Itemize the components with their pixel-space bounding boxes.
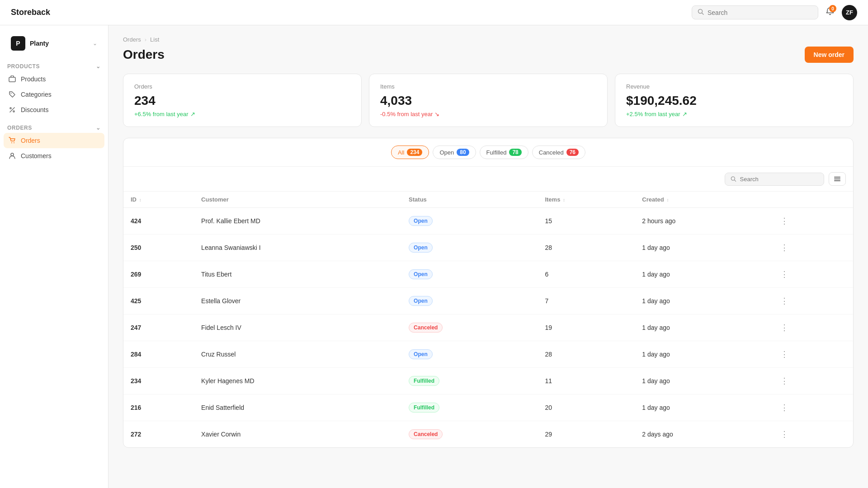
columns-button[interactable] (829, 172, 846, 186)
cell-status: Fulfilled (401, 394, 538, 421)
sidebar-section-title-orders: Orders ⌄ (4, 121, 104, 133)
cell-customer: Kyler Hagenes MD (194, 368, 401, 394)
row-action-button[interactable]: ⋮ (777, 294, 792, 308)
search-icon (731, 176, 736, 182)
table-search-input[interactable] (740, 176, 818, 183)
cell-created: 1 day ago (635, 235, 769, 261)
col-header-items[interactable]: Items ↕ (538, 192, 635, 208)
table-row[interactable]: 269 Titus Ebert Open 6 1 day ago ⋮ (123, 261, 853, 288)
cell-created: 1 day ago (635, 368, 769, 394)
global-search[interactable] (692, 5, 818, 19)
table-row[interactable]: 234 Kyler Hagenes MD Fulfilled 11 1 day … (123, 368, 853, 394)
table-search[interactable] (725, 173, 824, 186)
trend-up-icon: ↗ (682, 111, 687, 117)
cell-status: Open (401, 341, 538, 368)
filter-badge-all: 234 (407, 149, 422, 156)
filter-tab-canceled[interactable]: Canceled 76 (532, 145, 585, 159)
stat-change: +6.5% from last year ↗ (134, 111, 350, 117)
filter-tab-all[interactable]: All 234 (391, 145, 429, 159)
svg-point-3 (11, 93, 12, 94)
filter-row: All 234 Open 80 Fulfilled 78 Canceled 76 (123, 138, 853, 167)
stat-card-revenue: Revenue $190,245.62 +2.5% from last year… (615, 74, 854, 127)
svg-line-6 (10, 108, 15, 113)
table-row[interactable]: 425 Estella Glover Open 7 1 day ago ⋮ (123, 288, 853, 314)
stat-value: 4,033 (380, 94, 596, 108)
page-title: Orders (123, 47, 165, 62)
sidebar-item-categories[interactable]: Categories (4, 87, 104, 102)
sort-icon: ↕ (139, 197, 142, 202)
table-row[interactable]: 216 Enid Satterfield Fulfilled 20 1 day … (123, 394, 853, 421)
svg-point-8 (14, 142, 14, 143)
cell-actions: ⋮ (769, 261, 853, 288)
svg-line-11 (734, 180, 736, 181)
avatar[interactable]: ZF (842, 5, 857, 20)
breadcrumb-orders[interactable]: Orders (123, 36, 141, 43)
row-action-button[interactable]: ⋮ (777, 321, 792, 334)
row-action-button[interactable]: ⋮ (777, 241, 792, 254)
sidebar-item-label: Customers (21, 152, 52, 160)
cell-customer: Enid Satterfield (194, 394, 401, 421)
col-header-created[interactable]: Created ↕ (635, 192, 769, 208)
row-action-button[interactable]: ⋮ (777, 427, 792, 441)
cell-created: 1 day ago (635, 341, 769, 368)
status-badge: Open (409, 296, 433, 306)
sidebar-item-products[interactable]: Products (4, 71, 104, 87)
topbar-right: 0 ZF (692, 5, 857, 20)
filter-tab-fulfilled[interactable]: Fulfilled 78 (480, 145, 528, 159)
sidebar-item-customers[interactable]: Customers (4, 148, 104, 164)
cell-customer: Estella Glover (194, 288, 401, 314)
cell-id: 250 (123, 235, 194, 261)
cell-created: 1 day ago (635, 288, 769, 314)
section-collapse-icon[interactable]: ⌄ (96, 63, 101, 70)
filter-badge-canceled: 76 (566, 149, 579, 156)
org-name: Planty (30, 40, 49, 47)
col-header-id[interactable]: ID ↕ (123, 192, 194, 208)
svg-point-7 (11, 142, 12, 143)
org-icon: P (11, 36, 25, 51)
global-search-input[interactable] (708, 9, 812, 16)
notification-badge: 0 (829, 5, 836, 12)
filter-tab-open[interactable]: Open 80 (433, 145, 476, 159)
row-action-button[interactable]: ⋮ (777, 267, 792, 281)
table-row[interactable]: 424 Prof. Kallie Ebert MD Open 15 2 hour… (123, 208, 853, 235)
col-header-customer[interactable]: Customer (194, 192, 401, 208)
cell-created: 2 days ago (635, 421, 769, 448)
cell-created: 1 day ago (635, 314, 769, 341)
table-row[interactable]: 250 Leanna Swaniawski I Open 28 1 day ag… (123, 235, 853, 261)
col-header-status[interactable]: Status (401, 192, 538, 208)
cell-customer: Cruz Russel (194, 341, 401, 368)
cell-status: Open (401, 261, 538, 288)
org-selector[interactable]: P Planty ⌄ (4, 33, 104, 54)
sidebar-item-label: Products (21, 75, 46, 83)
stat-card-items: Items 4,033 -0.5% from last year ↘ (369, 74, 608, 127)
sidebar-item-discounts[interactable]: Discounts (4, 102, 104, 117)
sidebar-item-label: Orders (21, 137, 40, 144)
breadcrumb: Orders › List (123, 36, 854, 43)
table-row[interactable]: 284 Cruz Russel Open 28 1 day ago ⋮ (123, 341, 853, 368)
stat-label: Orders (134, 83, 350, 90)
table-toolbar (123, 167, 853, 192)
notifications-button[interactable]: 0 (826, 7, 835, 18)
status-badge: Open (409, 349, 433, 359)
row-action-button[interactable]: ⋮ (777, 374, 792, 388)
cell-actions: ⋮ (769, 421, 853, 448)
cell-status: Canceled (401, 421, 538, 448)
sidebar-item-orders[interactable]: Orders (4, 133, 104, 148)
row-action-button[interactable]: ⋮ (777, 214, 792, 228)
table-row[interactable]: 272 Xavier Corwin Canceled 29 2 days ago… (123, 421, 853, 448)
main-content: Orders › List Orders New order Orders 23… (108, 25, 868, 488)
table-row[interactable]: 247 Fidel Lesch IV Canceled 19 1 day ago… (123, 314, 853, 341)
cell-actions: ⋮ (769, 368, 853, 394)
section-collapse-icon[interactable]: ⌄ (96, 125, 101, 131)
cell-items: 28 (538, 341, 635, 368)
svg-point-5 (13, 111, 14, 112)
person-icon (8, 152, 16, 160)
row-action-button[interactable]: ⋮ (777, 401, 792, 414)
row-action-button[interactable]: ⋮ (777, 347, 792, 361)
filter-badge-fulfilled: 78 (509, 149, 521, 156)
new-order-button[interactable]: New order (805, 47, 854, 63)
sidebar: P Planty ⌄ Products ⌄ Products Categor (0, 25, 108, 488)
cell-actions: ⋮ (769, 341, 853, 368)
status-badge: Canceled (409, 323, 443, 333)
search-icon (698, 9, 704, 16)
